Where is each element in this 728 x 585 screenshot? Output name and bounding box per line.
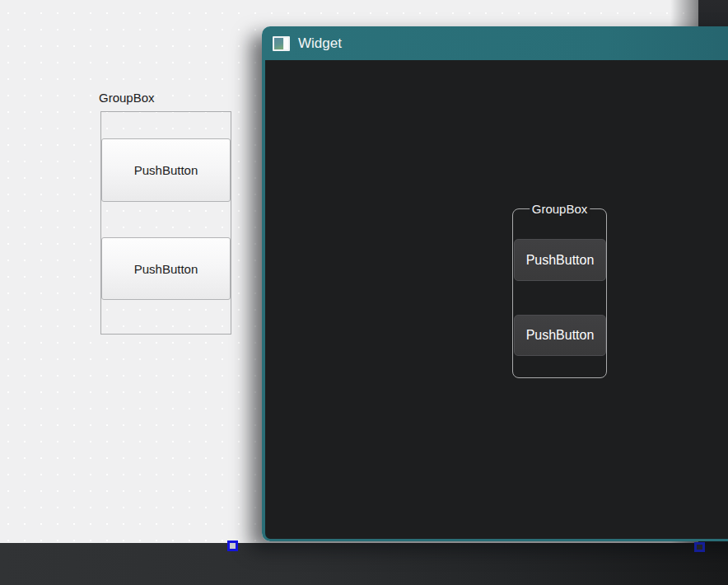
designer-groupbox-title: GroupBox xyxy=(99,90,155,106)
preview-pushbutton-1[interactable]: PushButton xyxy=(514,239,606,281)
preview-window-body: GroupBox PushButton PushButton xyxy=(262,60,728,541)
workspace-background-top-right xyxy=(698,0,728,26)
designer-pushbutton-2[interactable]: PushButton xyxy=(101,237,231,300)
preview-window: Widget GroupBox PushButton PushButton xyxy=(262,26,728,541)
designer-pushbutton-1[interactable]: PushButton xyxy=(101,138,231,202)
preview-window-title: Widget xyxy=(298,36,342,50)
designer-workspace: GroupBox PushButton PushButton Widget Gr… xyxy=(0,0,728,585)
preview-groupbox: GroupBox PushButton PushButton xyxy=(512,208,607,378)
preview-pushbutton-2[interactable]: PushButton xyxy=(514,315,606,356)
form-resize-handle-bottom-center[interactable] xyxy=(227,541,238,551)
window-icon xyxy=(273,36,290,51)
preview-groupbox-title: GroupBox xyxy=(530,202,590,217)
window-icon-scrollbar xyxy=(284,38,288,49)
preview-window-titlebar[interactable]: Widget xyxy=(262,26,728,60)
workspace-background-bottom xyxy=(0,543,728,585)
window-icon-pane xyxy=(274,38,283,49)
designer-groupbox[interactable]: PushButton PushButton xyxy=(100,111,231,335)
form-resize-handle-bottom-right[interactable] xyxy=(694,542,705,552)
